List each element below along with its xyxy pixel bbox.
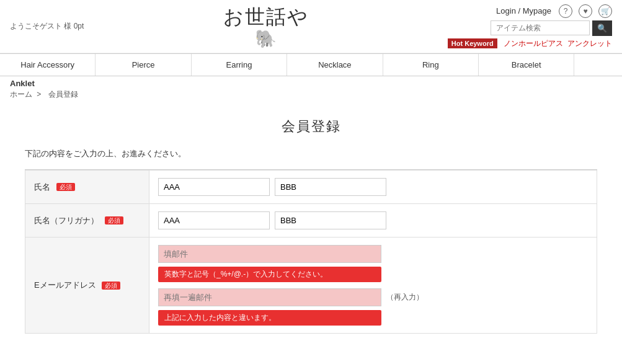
search-row: 🔍 bbox=[491, 20, 612, 36]
input-row-furigana bbox=[158, 211, 588, 229]
site-title: お世話や bbox=[84, 4, 447, 31]
nav-pierce[interactable]: Pierce bbox=[96, 54, 191, 76]
search-button[interactable]: 🔍 bbox=[592, 20, 612, 36]
field-furigana bbox=[149, 204, 597, 237]
login-row: Login / Mypage ? ♥ 🛒 bbox=[496, 4, 612, 18]
nav-earring[interactable]: Earring bbox=[192, 54, 287, 76]
instruction: 下記の内容をご入力の上、お進みください。 bbox=[25, 148, 597, 159]
nav-bracelet[interactable]: Bracelet bbox=[479, 54, 574, 76]
furigana-last-input[interactable] bbox=[275, 211, 386, 229]
required-badge: 必須 bbox=[102, 282, 120, 290]
nav-ring[interactable]: Ring bbox=[383, 54, 479, 76]
field-email: 英数字と記号（_%+/@.-）で入力してください。 （再入力） 上記に入力した内… bbox=[149, 237, 597, 334]
label-furigana: 氏名（フリガナ） 必須 bbox=[25, 204, 149, 237]
field-fullname bbox=[149, 171, 597, 204]
email-input[interactable] bbox=[158, 245, 381, 263]
keyword-link-1[interactable]: ノンホールピアス bbox=[504, 39, 563, 48]
registration-form: 氏名 必須 氏名（フリガナ） 必須 bbox=[25, 170, 597, 334]
cart-icon[interactable]: 🛒 bbox=[598, 4, 612, 18]
keyword-link-2[interactable]: アンクレット bbox=[567, 39, 612, 48]
required-badge: 必須 bbox=[56, 183, 75, 191]
heart-icon[interactable]: ♥ bbox=[579, 4, 592, 18]
fullname-last-input[interactable] bbox=[275, 178, 386, 196]
reinput-label: （再入力） bbox=[386, 292, 424, 303]
breadcrumb-home[interactable]: ホーム bbox=[10, 90, 32, 99]
required-badge: 必須 bbox=[105, 216, 123, 224]
breadcrumb: ホーム > 会員登録 bbox=[10, 89, 612, 100]
login-link[interactable]: Login / Mypage bbox=[496, 6, 551, 16]
label-email: Eメールアドレス 必須 bbox=[25, 237, 149, 334]
main-content: 会員登録 下記の内容をご入力の上、お進みください。 氏名 必須 氏名（フリガナ）… bbox=[0, 117, 622, 358]
input-row-fullname bbox=[158, 178, 588, 196]
label-fullname: 氏名 必須 bbox=[25, 171, 149, 204]
search-input[interactable] bbox=[491, 20, 590, 35]
furigana-first-input[interactable] bbox=[158, 211, 270, 229]
nav-hair-accessory[interactable]: Hair Accessory bbox=[0, 54, 96, 76]
reinput-row: （再入力） bbox=[158, 288, 588, 306]
top-icons: ? ♥ 🛒 bbox=[559, 4, 612, 18]
email-confirm-input[interactable] bbox=[158, 288, 381, 306]
sub-nav-anklet[interactable]: Anklet bbox=[10, 79, 35, 88]
table-row: 氏名（フリガナ） 必須 bbox=[25, 204, 597, 237]
elephant-icon: 🐘 bbox=[84, 29, 447, 49]
welcome-text: ようこそゲスト 様 0pt bbox=[10, 21, 84, 32]
sub-nav: Anklet ホーム > 会員登録 bbox=[0, 76, 622, 102]
nav-necklace[interactable]: Necklace bbox=[287, 54, 383, 76]
hot-keyword-badge: Hot Keyword bbox=[448, 38, 497, 48]
keyword-row: Hot Keyword ノンホールピアス アンクレット bbox=[448, 38, 612, 49]
help-icon[interactable]: ? bbox=[559, 4, 572, 18]
top-bar: ようこそゲスト 様 0pt お世話や 🐘 Login / Mypage ? ♥ … bbox=[0, 0, 622, 53]
fullname-first-input[interactable] bbox=[158, 178, 270, 196]
page-title: 会員登録 bbox=[25, 117, 597, 136]
table-row: 氏名 必須 bbox=[25, 171, 597, 204]
table-row: Eメールアドレス 必須 英数字と記号（_%+/@.-）で入力してください。 （再… bbox=[25, 237, 597, 334]
top-right: Login / Mypage ? ♥ 🛒 🔍 Hot Keyword ノンホール… bbox=[448, 4, 612, 49]
site-header: お世話や 🐘 bbox=[84, 4, 447, 49]
reinput-error-msg: 上記に入力した内容と違います。 bbox=[158, 310, 381, 326]
main-nav: Hair Accessory Pierce Earring Necklace R… bbox=[0, 53, 622, 76]
email-error-msg: 英数字と記号（_%+/@.-）で入力してください。 bbox=[158, 267, 381, 282]
keyword-links: ノンホールピアス アンクレット bbox=[501, 38, 612, 49]
breadcrumb-current: 会員登録 bbox=[48, 90, 78, 99]
breadcrumb-separator: > bbox=[37, 90, 41, 99]
